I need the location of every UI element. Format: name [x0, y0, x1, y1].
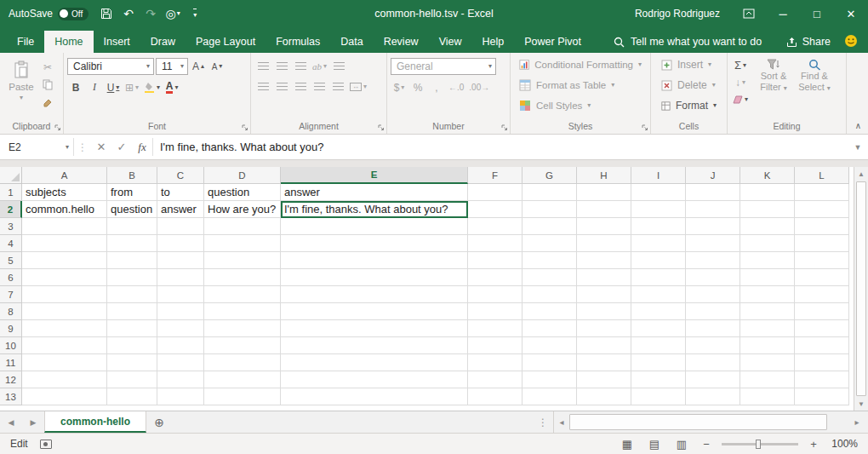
paste-button[interactable]: Paste ▾ [3, 55, 39, 101]
orientation-button[interactable]: ab▾ [311, 58, 328, 74]
conditional-formatting-button[interactable]: Conditional Formatting▾ [514, 55, 647, 75]
save-button[interactable] [97, 3, 116, 24]
format-painter-button[interactable] [39, 95, 56, 111]
cell-L6[interactable] [795, 269, 849, 286]
cell-B2[interactable]: question [107, 201, 157, 218]
tab-review[interactable]: Review [374, 31, 429, 53]
tab-home[interactable]: Home [44, 31, 93, 53]
cell-G9[interactable] [523, 320, 577, 337]
cell-H9[interactable] [577, 320, 631, 337]
cell-I9[interactable] [631, 320, 686, 337]
share-button[interactable]: Share [786, 36, 831, 48]
cell-D10[interactable] [204, 337, 281, 354]
cell-F6[interactable] [468, 269, 523, 286]
cell-G5[interactable] [523, 252, 577, 269]
cell-J6[interactable] [686, 269, 740, 286]
horizontal-scrollbar[interactable]: ◂ ▸ [553, 411, 868, 433]
scroll-down-button[interactable]: ▼ [854, 397, 868, 411]
cell-E12[interactable] [281, 371, 468, 388]
cell-G8[interactable] [523, 303, 577, 320]
user-name[interactable]: Rodrigo Rodriguez [635, 8, 720, 20]
cell-E2[interactable]: I'm fine, thanks. What about you? [281, 201, 468, 218]
cell-G13[interactable] [523, 388, 577, 405]
font-color-button[interactable]: A▾ [163, 79, 180, 95]
normal-view-button[interactable]: ▦ [618, 438, 637, 451]
clear-button[interactable]: ▾ [731, 91, 750, 107]
cell-D13[interactable] [204, 388, 281, 405]
cell-A4[interactable] [22, 235, 107, 252]
cell-I6[interactable] [631, 269, 686, 286]
cell-F3[interactable] [468, 218, 523, 235]
cell-E9[interactable] [281, 320, 468, 337]
cell-J7[interactable] [686, 286, 740, 303]
cell-L4[interactable] [795, 235, 849, 252]
cell-D6[interactable] [204, 269, 281, 286]
cell-G11[interactable] [523, 354, 577, 371]
row-header-5[interactable]: 5 [0, 252, 22, 269]
italic-button[interactable]: I [86, 79, 103, 95]
confirm-entry-button[interactable]: ✓ [111, 135, 132, 159]
column-header-F[interactable]: F [468, 167, 523, 184]
cell-A3[interactable] [22, 218, 107, 235]
cell-L7[interactable] [795, 286, 849, 303]
cell-A13[interactable] [22, 388, 107, 405]
maximize-button[interactable]: □ [800, 0, 834, 27]
cell-I3[interactable] [631, 218, 686, 235]
top-align-button[interactable] [254, 58, 271, 74]
customize-quick-access-button[interactable]: ▾ [186, 3, 204, 24]
copy-button[interactable] [39, 77, 56, 93]
cell-J1[interactable] [686, 184, 740, 201]
cell-F11[interactable] [468, 354, 523, 371]
cell-I1[interactable] [631, 184, 686, 201]
column-header-J[interactable]: J [686, 167, 740, 184]
cell-K13[interactable] [740, 388, 795, 405]
sort-filter-button[interactable]: Sort & Filter ▾ [753, 55, 794, 93]
collapse-ribbon-button[interactable]: ∧ [855, 121, 861, 130]
cell-I12[interactable] [631, 371, 686, 388]
cell-E10[interactable] [281, 337, 468, 354]
cell-H12[interactable] [577, 371, 631, 388]
redo-button[interactable]: ↷ [141, 3, 160, 24]
zoom-in-button[interactable]: + [807, 438, 820, 451]
scroll-left-button[interactable]: ◂ [554, 417, 569, 427]
cell-A11[interactable] [22, 354, 107, 371]
cell-C10[interactable] [157, 337, 204, 354]
cell-E13[interactable] [281, 388, 468, 405]
cell-I2[interactable] [631, 201, 686, 218]
cell-A6[interactable] [22, 269, 107, 286]
row-header-2[interactable]: 2 [0, 201, 22, 218]
cell-G3[interactable] [523, 218, 577, 235]
cell-I8[interactable] [631, 303, 686, 320]
cell-L10[interactable] [795, 337, 849, 354]
insert-cells-button[interactable]: Insert▾ [654, 55, 723, 75]
cell-B3[interactable] [107, 218, 157, 235]
cell-J5[interactable] [686, 252, 740, 269]
cell-F9[interactable] [468, 320, 523, 337]
merge-center-button[interactable]: ↔▾ [348, 78, 368, 95]
cell-F2[interactable] [468, 201, 523, 218]
cell-J2[interactable] [686, 201, 740, 218]
cell-H7[interactable] [577, 286, 631, 303]
alignment-dialog-launcher-icon[interactable] [378, 124, 385, 131]
cell-C7[interactable] [157, 286, 204, 303]
cell-J4[interactable] [686, 235, 740, 252]
cell-B8[interactable] [107, 303, 157, 320]
tab-help[interactable]: Help [472, 31, 515, 53]
cell-H13[interactable] [577, 388, 631, 405]
formula-input[interactable]: I'm fine, thanks. What about you? [153, 135, 848, 159]
expand-formula-bar-button[interactable]: ▼ [848, 135, 868, 159]
column-header-B[interactable]: B [107, 167, 157, 184]
zoom-slider[interactable] [722, 443, 798, 445]
cell-L3[interactable] [795, 218, 849, 235]
sheet-nav-next-button[interactable]: ▶ [22, 411, 44, 433]
bold-button[interactable]: B [67, 79, 84, 95]
increase-decimal-button[interactable]: ←.0 [447, 79, 465, 95]
vertical-scrollbar[interactable]: ▲ ▼ [854, 167, 868, 411]
delete-cells-button[interactable]: Delete▾ [654, 75, 723, 95]
cell-B9[interactable] [107, 320, 157, 337]
cell-F12[interactable] [468, 371, 523, 388]
align-right-button[interactable] [292, 78, 309, 95]
cell-L9[interactable] [795, 320, 849, 337]
page-layout-view-button[interactable]: ▤ [645, 438, 664, 451]
center-button[interactable] [273, 78, 290, 95]
